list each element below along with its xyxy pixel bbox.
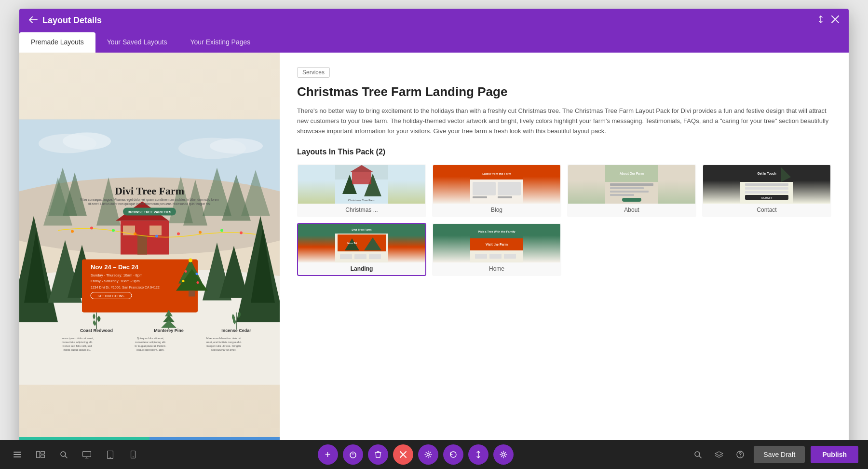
thumb-img-home: Pick a Tree With the Family Visit the Fa…: [433, 224, 560, 262]
svg-point-53: [197, 281, 199, 284]
thumb-img-landing: Divi Tree Farm Nov 24: [298, 224, 425, 262]
svg-point-139: [502, 453, 505, 456]
svg-text:Sunday - Thursday: 10am - 8pm: Sunday - Thursday: 10am - 8pm: [91, 273, 142, 277]
svg-rect-133: [83, 451, 91, 456]
svg-text:Donec sed felis velit, sed: Donec sed felis velit, sed: [63, 345, 92, 347]
svg-text:GET DIRECTIONS: GET DIRECTIONS: [97, 294, 124, 298]
search-icon-right[interactable]: [690, 447, 705, 462]
thumb-img-about: About Our Farm: [568, 165, 695, 204]
svg-text:esque eget lorem. 1pm.: esque eget lorem. 1pm.: [136, 348, 164, 351]
search-icon[interactable]: [56, 447, 71, 462]
thumbnail-blog[interactable]: Latest from the Farm Blog: [432, 164, 561, 217]
thumbnail-christmas[interactable]: Christmas Tree Farm Christmas ...: [297, 164, 426, 217]
svg-text:consectetur adipiscing elit.: consectetur adipiscing elit.: [62, 341, 93, 344]
svg-rect-96: [622, 198, 641, 202]
thumb-img-contact: Get In Touch SUBMIT: [703, 165, 830, 204]
svg-rect-129: [37, 452, 40, 458]
layout-description: There's no better way to bring excitemen…: [297, 106, 831, 136]
category-badge: Services: [297, 67, 330, 78]
svg-rect-20: [137, 235, 147, 255]
svg-point-36: [177, 233, 180, 235]
layout-title: Christmas Tree Farm Landing Page: [297, 84, 831, 99]
history-button[interactable]: [443, 444, 463, 465]
help-icon[interactable]: [732, 447, 748, 462]
svg-point-142: [740, 456, 741, 456]
toolbar-center: +: [141, 444, 690, 465]
modal-tabs: Premade Layouts Your Saved Layouts Your …: [19, 32, 849, 53]
svg-point-52: [182, 280, 185, 282]
desktop-icon[interactable]: [79, 447, 95, 462]
tablet-icon[interactable]: [102, 447, 118, 462]
svg-rect-116: [369, 254, 381, 259]
preview-image: Divi Tree Farm Vitae consequat augue. Vi…: [19, 53, 280, 437]
svg-point-49: [189, 259, 192, 262]
svg-text:In feugiat placerat. Pellent-: In feugiat placerat. Pellent-: [135, 345, 166, 347]
svg-point-3: [63, 133, 111, 150]
svg-text:Nov 24 – Dec 24: Nov 24 – Dec 24: [91, 263, 139, 271]
svg-rect-124: [489, 254, 502, 259]
svg-rect-102: [745, 187, 788, 190]
thumb-label-blog: Blog: [433, 204, 560, 216]
svg-text:Nov 24: Nov 24: [347, 242, 357, 245]
svg-text:sed pulvinar sit amet.: sed pulvinar sit amet.: [211, 348, 236, 351]
svg-point-50: [185, 270, 187, 273]
svg-rect-115: [354, 254, 366, 259]
thumb-label-christmas: Christmas ...: [298, 204, 425, 216]
tab-premade-layouts[interactable]: Premade Layouts: [19, 32, 95, 53]
trash-button[interactable]: [368, 444, 388, 465]
svg-rect-87: [473, 196, 487, 198]
svg-text:sit amet. Luctus dolor non qui: sit amet. Luctus dolor non quisque lorem…: [88, 202, 212, 206]
layout-icon[interactable]: [33, 447, 48, 462]
thumb-label-contact: Contact: [703, 204, 830, 216]
thumbnail-about[interactable]: About Our Farm About: [567, 164, 696, 217]
svg-point-138: [427, 454, 429, 456]
thumbnail-landing[interactable]: Divi Tree Farm Nov 24 Landing: [297, 223, 426, 276]
publish-button[interactable]: Publish: [811, 446, 858, 463]
save-draft-button[interactable]: Save Draft: [754, 446, 805, 463]
thumbnail-contact[interactable]: Get In Touch SUBMIT Contact: [702, 164, 831, 217]
thumb-label-home: Home: [433, 262, 560, 275]
layers-icon[interactable]: [711, 447, 727, 462]
svg-point-135: [109, 457, 110, 458]
toolbar-right: Save Draft Publish: [690, 446, 858, 463]
bottom-toolbar: +: [0, 440, 868, 469]
svg-rect-48: [189, 291, 195, 297]
svg-rect-123: [475, 254, 487, 259]
close-button[interactable]: [393, 444, 413, 465]
sort-icon[interactable]: [817, 15, 825, 26]
svg-text:Lorem ipsum dolor sit amet,: Lorem ipsum dolor sit amet,: [61, 337, 94, 340]
svg-rect-101: [745, 183, 788, 186]
svg-rect-85: [473, 182, 496, 195]
layouts-heading: Layouts In This Pack (2): [297, 148, 831, 156]
sort-button[interactable]: [468, 444, 488, 465]
svg-text:consectetur adipiscing elit.: consectetur adipiscing elit.: [135, 341, 166, 344]
menu-icon[interactable]: [10, 447, 25, 462]
config-button[interactable]: [493, 444, 514, 465]
close-icon[interactable]: [831, 15, 839, 26]
svg-text:amet, erat facilisis congue du: amet, erat facilisis congue dui.: [206, 341, 242, 344]
svg-text:Friday - Saturday: 10am - 9pm: Friday - Saturday: 10am - 9pm: [91, 279, 140, 283]
svg-rect-22: [149, 226, 162, 235]
tab-existing-pages[interactable]: Your Existing Pages: [179, 32, 262, 53]
svg-text:Quisque dolor sit amet,: Quisque dolor sit amet,: [137, 337, 164, 340]
svg-point-37: [199, 231, 202, 234]
power-button[interactable]: [343, 444, 363, 465]
svg-point-38: [220, 229, 223, 232]
svg-point-35: [155, 235, 158, 238]
toolbar-left: [10, 447, 141, 462]
settings-button[interactable]: [418, 444, 438, 465]
svg-point-32: [90, 227, 93, 230]
add-button[interactable]: +: [318, 444, 338, 465]
svg-rect-103: [745, 191, 788, 193]
svg-text:Christmas Tree Farm: Christmas Tree Farm: [348, 199, 375, 202]
thumb-img-blog: Latest from the Farm: [433, 165, 560, 204]
thumbnail-home[interactable]: Pick a Tree With the Family Visit the Fa…: [432, 223, 561, 276]
tab-saved-layouts[interactable]: Your Saved Layouts: [95, 32, 179, 53]
mobile-icon[interactable]: [125, 447, 141, 462]
svg-text:Maecenas bibendum dolor sit: Maecenas bibendum dolor sit: [206, 337, 241, 340]
svg-text:BROWSE TREE VARIETIES: BROWSE TREE VARIETIES: [128, 210, 172, 214]
svg-point-31: [71, 230, 74, 233]
svg-point-5: [210, 138, 263, 154]
back-icon[interactable]: [29, 15, 38, 26]
svg-text:Pick a Tree With the Family: Pick a Tree With the Family: [478, 230, 515, 233]
